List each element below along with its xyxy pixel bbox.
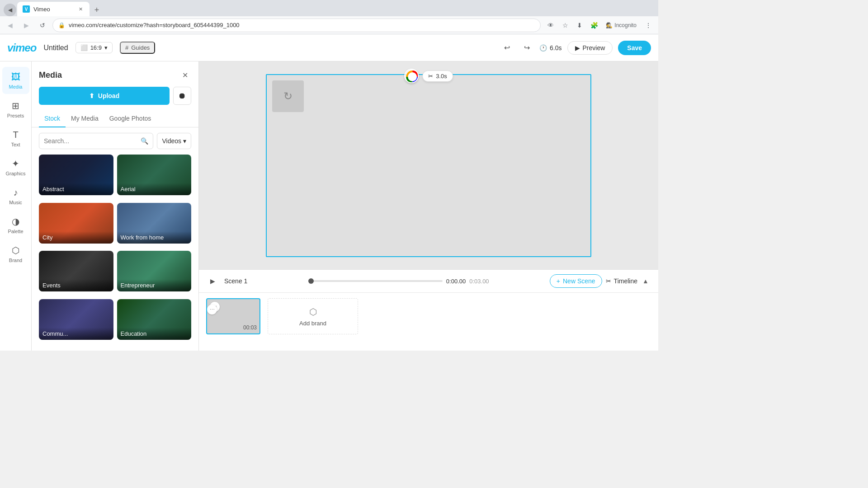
filter-btn[interactable]: Videos ▾ [157, 133, 191, 149]
aspect-ratio-chevron: ▾ [104, 44, 108, 51]
media-card-community[interactable]: Commu... [39, 299, 113, 340]
download-icon[interactable]: ⬇ [573, 19, 586, 32]
scene-thumbnail[interactable]: ✂ ⋯ 00:03 [206, 298, 260, 334]
browser-toolbar: ◀ ▶ ↺ 🔒 vimeo.com/create/customize?hash=… [0, 16, 658, 34]
upload-btn[interactable]: ⬆ Upload [39, 87, 170, 105]
media-card-abstract[interactable]: Abstract [39, 155, 113, 195]
play-btn[interactable]: ▶ [206, 275, 219, 287]
preview-btn[interactable]: ▶ Preview [567, 41, 613, 55]
new-scene-label: New Scene [563, 277, 595, 285]
record-icon: ⏺ [178, 91, 186, 101]
media-card-city-label: City [39, 231, 113, 244]
timeline-controls: + New Scene ✂ Timeline ▲ [550, 274, 651, 288]
forward-btn[interactable]: ▶ [20, 19, 33, 32]
color-picker-btn[interactable] [404, 69, 419, 83]
media-icon: 🖼 [11, 72, 20, 82]
sidebar-item-media[interactable]: 🖼 Media [2, 67, 29, 94]
media-card-events-label: Events [39, 279, 113, 291]
sidebar-item-palette[interactable]: ◑ Palette [2, 211, 29, 239]
back-btn[interactable]: ◀ [4, 19, 16, 32]
sidebar-text-label: Text [11, 142, 20, 147]
tab-google-photos[interactable]: Google Photos [104, 110, 157, 127]
incognito-badge[interactable]: 🕵 Incognito [602, 20, 640, 30]
main-content: 🖼 Media ⊞ Presets T Text ✦ Graphics ♪ Mu… [0, 61, 658, 351]
graphics-icon: ✦ [12, 158, 19, 169]
record-btn[interactable]: ⏺ [173, 87, 191, 105]
browser-chrome: ◀ V Vimeo ✕ + ◀ ▶ ↺ 🔒 vimeo.com/create/c… [0, 0, 658, 34]
scene-thumb-controls: ✂ ⋯ [210, 302, 220, 312]
aspect-ratio-label: 16:9 [90, 44, 102, 51]
sidebar-item-graphics[interactable]: ✦ Graphics [2, 154, 29, 181]
sidebar-item-brand[interactable]: ⬡ Brand [2, 240, 29, 267]
scissors-btn[interactable]: ✂ 3.0s [422, 70, 453, 82]
progress-handle[interactable] [308, 278, 314, 284]
bookmark-icon[interactable]: ☆ [559, 19, 571, 32]
tab-bar: ◀ V Vimeo ✕ + [0, 0, 658, 16]
sidebar-item-presets[interactable]: ⊞ Presets [2, 96, 29, 123]
extensions-icon[interactable]: 🧩 [588, 19, 600, 32]
scene-more-btn[interactable]: ⋯ [207, 305, 217, 314]
timeline-label-btn[interactable]: ✂ Timeline ▲ [606, 276, 651, 286]
tab-stock[interactable]: Stock [39, 110, 66, 127]
refresh-btn[interactable]: ↺ [36, 19, 49, 32]
canvas-wrapper: ✂ 3.0s ↻ [199, 61, 658, 269]
duration-value: 6.0s [550, 44, 561, 52]
save-btn[interactable]: Save [618, 41, 651, 55]
browser-tab[interactable]: V Vimeo ✕ [17, 2, 90, 16]
sidebar-item-music[interactable]: ♪ Music [2, 183, 29, 210]
play-icon: ▶ [575, 44, 580, 52]
media-card-education[interactable]: Education [117, 299, 192, 340]
canvas-duration: 3.0s [436, 73, 447, 80]
sidebar-item-text[interactable]: T Text [2, 125, 29, 152]
collapse-timeline-btn[interactable]: ▲ [640, 276, 651, 286]
filter-chevron: ▾ [183, 137, 186, 145]
search-icon: 🔍 [141, 137, 148, 145]
aspect-ratio-btn[interactable]: ⬜ 16:9 ▾ [75, 42, 113, 53]
project-name[interactable]: Untitled [43, 44, 68, 52]
media-card-aerial[interactable]: Aerial [117, 155, 192, 195]
canvas-controls: ✂ 3.0s [404, 69, 453, 83]
search-input[interactable] [44, 137, 137, 145]
guides-btn[interactable]: # Guides [120, 42, 155, 54]
media-card-city[interactable]: City [39, 203, 113, 244]
media-card-wfh[interactable]: Work from home [117, 203, 192, 244]
time-current: 0:00.00 [446, 278, 466, 285]
add-brand-area[interactable]: ⬡ Add brand [268, 298, 358, 334]
media-panel-title: Media [39, 70, 62, 80]
media-card-abstract-label: Abstract [39, 183, 113, 195]
brand-icon: ⬡ [12, 245, 19, 256]
browser-menu-icon[interactable]: ⋮ [642, 19, 655, 32]
undo-btn[interactable]: ↩ [500, 41, 514, 55]
media-panel-close-btn[interactable]: ✕ [179, 69, 191, 81]
new-scene-btn[interactable]: + New Scene [550, 274, 602, 288]
upload-label: Upload [98, 92, 119, 99]
tab-my-media[interactable]: My Media [66, 110, 104, 127]
add-brand-icon: ⬡ [309, 306, 317, 317]
scissors-icon: ✂ [428, 73, 433, 80]
address-bar[interactable]: 🔒 vimeo.com/create/customize?hash=storyb… [52, 19, 541, 32]
palette-icon: ◑ [12, 216, 19, 227]
browser-toolbar-icons: 👁 ☆ ⬇ 🧩 🕵 Incognito ⋮ [544, 19, 655, 32]
canvas-placeholder-icon: ↻ [283, 90, 292, 103]
media-card-events[interactable]: Events [39, 251, 113, 291]
redo-btn[interactable]: ↪ [519, 41, 534, 55]
add-brand-label: Add brand [299, 320, 326, 327]
sidebar-graphics-label: Graphics [5, 171, 25, 176]
tab-close-btn[interactable]: ✕ [77, 5, 84, 13]
browser-nav-controls: ◀ [4, 4, 16, 16]
media-card-entrepreneur[interactable]: Entrepreneur [117, 251, 192, 291]
upload-area: ⬆ Upload ⏺ [32, 87, 198, 110]
progress-track[interactable] [308, 280, 443, 282]
guides-label: Guides [131, 44, 150, 51]
app-header: vimeo Untitled ⬜ 16:9 ▾ # Guides ↩ ↪ 🕐 6… [0, 34, 658, 61]
media-card-education-label: Education [117, 328, 192, 340]
eye-slash-icon[interactable]: 👁 [544, 19, 557, 32]
media-card-community-label: Commu... [39, 328, 113, 340]
timeline-area: ▶ Scene 1 0:00.00 0:03.00 + New Scene [199, 269, 658, 351]
search-input-wrapper[interactable]: 🔍 [39, 133, 153, 149]
clock-icon: 🕐 [539, 44, 547, 52]
incognito-label: Incognito [614, 22, 637, 28]
new-tab-btn[interactable]: + [90, 4, 103, 16]
canvas-frame[interactable]: ↻ [266, 74, 591, 257]
security-icon: 🔒 [58, 22, 65, 28]
